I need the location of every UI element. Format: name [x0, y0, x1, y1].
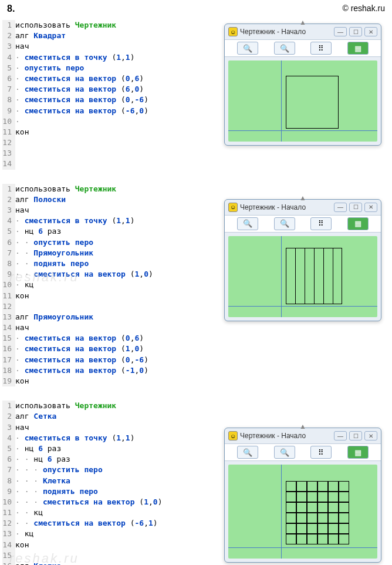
code-line: 5· нц 6 раз — [2, 226, 211, 237]
zoom-in-button[interactable]: 🔍 — [237, 42, 258, 55]
code-line: 8· · · Клетка — [2, 476, 211, 486]
line-number: 1 — [2, 401, 15, 411]
code-line: 9· сместиться на вектор (-6,0) — [2, 106, 211, 116]
code-text: · сместиться на вектор (1,0) — [15, 344, 144, 354]
window-controls: — ☐ ✕ — [334, 203, 377, 212]
maximize-button[interactable]: ☐ — [349, 27, 362, 36]
code-text: нач — [15, 205, 29, 216]
minimize-button[interactable]: — — [334, 27, 347, 36]
code-line: 11· · кц — [2, 507, 211, 518]
code-text: · · · Клетка — [15, 476, 70, 486]
code-text: · кц — [15, 529, 33, 539]
window-3: ▲ ☺ Чертежник - Начало — ☐ ✕ 🔍 🔍 ⠿ ▦ — [224, 428, 381, 563]
code-line: 9· · · поднять перо — [2, 486, 211, 497]
zoom-in-button[interactable]: 🔍 — [237, 446, 258, 459]
copyright: © reshak.ru — [342, 4, 385, 14]
maximize-button[interactable]: ☐ — [349, 203, 362, 212]
code-text: алг Полоски — [15, 194, 66, 205]
toolbar: 🔍 🔍 ⠿ ▦ — [225, 39, 381, 57]
code-line: 14нач — [2, 322, 211, 333]
line-number: 6 — [2, 454, 15, 465]
app-icon: ☺ — [228, 203, 238, 212]
code-line: 9· · сместиться на вектор (1,0) — [2, 269, 211, 280]
line-number: 5 — [2, 226, 15, 237]
canvas-3[interactable] — [228, 465, 377, 559]
code-line: 12 — [2, 137, 211, 148]
grid-button[interactable]: ⠿ — [310, 446, 332, 459]
line-number: 13 — [2, 148, 15, 159]
line-number: 6 — [2, 237, 15, 248]
canvas-2[interactable] — [228, 236, 377, 317]
minimize-button[interactable]: — — [334, 431, 347, 440]
drawing-grid — [286, 481, 349, 544]
axis-x — [228, 130, 377, 131]
code-text: использовать Чертежник — [15, 401, 116, 411]
line-number: 4 — [2, 216, 15, 226]
code-text: нач — [15, 41, 29, 52]
section-grid: reshak.ru 1использовать Чертежник2алг Се… — [0, 398, 392, 565]
code-text: · сместиться на вектор (-1,0) — [15, 365, 148, 376]
code-line: 19кон — [2, 376, 211, 386]
code-text: · · · поднять перо — [15, 486, 98, 497]
close-button[interactable]: ✕ — [364, 203, 377, 212]
line-number: 15 — [2, 333, 15, 344]
close-button[interactable]: ✕ — [364, 27, 377, 36]
toolbar: 🔍 🔍 ⠿ ▦ — [225, 215, 381, 233]
code-text: · · сместиться на вектор (-6,1) — [15, 518, 158, 529]
code-line: 15 — [2, 550, 211, 561]
code-line: 1использовать Чертежник — [2, 401, 211, 411]
grid-button[interactable]: ⠿ — [310, 217, 332, 230]
code-text: нач — [15, 422, 29, 433]
code-line: 18· сместиться на вектор (-1,0) — [2, 365, 211, 376]
canvas-1[interactable] — [228, 60, 377, 142]
home-button[interactable]: ▦ — [347, 42, 369, 55]
line-number: 2 — [2, 31, 15, 41]
arrow-up-icon: ▲ — [299, 422, 306, 431]
code-line: 11кон — [2, 127, 211, 137]
line-number: 3 — [2, 422, 15, 433]
code-block-3: 1использовать Чертежник2алг Сетка3нач4· … — [0, 398, 211, 565]
line-number: 6 — [2, 73, 15, 84]
code-text: · — [15, 116, 20, 127]
window-title: Чертежник - Начало — [240, 203, 332, 211]
code-line: 1использовать Чертежник — [2, 20, 211, 31]
code-line: 1использовать Чертежник — [2, 184, 211, 194]
code-line: 7· · · опустить перо — [2, 465, 211, 475]
code-text: · · сместиться на вектор (1,0) — [15, 269, 153, 280]
line-number: 10 — [2, 116, 15, 127]
zoom-in-button[interactable]: 🔍 — [237, 217, 258, 230]
minimize-button[interactable]: — — [334, 203, 347, 212]
code-line: 4· сместиться в точку (1,1) — [2, 216, 211, 226]
close-button[interactable]: ✕ — [364, 431, 377, 440]
zoom-out-button[interactable]: 🔍 — [274, 217, 295, 230]
code-line: 12 — [2, 301, 211, 312]
line-number: 12 — [2, 137, 15, 148]
line-number: 10 — [2, 497, 15, 507]
line-number: 11 — [2, 507, 15, 518]
line-number: 7 — [2, 465, 15, 475]
code-block-1: 1использовать Чертежник2алг Квадрат3нач4… — [0, 18, 211, 172]
zoom-out-button[interactable]: 🔍 — [274, 42, 295, 55]
code-line: 13алг Прямоугольник — [2, 312, 211, 322]
code-line: 5· опустить перо — [2, 63, 211, 73]
zoom-out-button[interactable]: 🔍 — [274, 446, 295, 459]
line-number: 5 — [2, 443, 15, 454]
line-number: 13 — [2, 312, 15, 322]
code-text: · нц 6 раз — [15, 226, 61, 237]
line-number: 14 — [2, 540, 15, 550]
maximize-button[interactable]: ☐ — [349, 431, 362, 440]
code-text: алг Квадрат — [15, 31, 66, 41]
window-controls: — ☐ ✕ — [334, 431, 377, 440]
code-block-2: 1использовать Чертежник2алг Полоски3нач4… — [0, 181, 211, 389]
code-text: · · Прямоугольник — [15, 248, 93, 258]
code-line: 16· сместиться на вектор (1,0) — [2, 344, 211, 354]
grid-button[interactable]: ⠿ — [310, 42, 332, 55]
line-number: 15 — [2, 550, 15, 561]
code-text: · опустить перо — [15, 63, 84, 73]
home-button[interactable]: ▦ — [347, 446, 369, 459]
home-button[interactable]: ▦ — [347, 217, 369, 230]
app-icon: ☺ — [228, 431, 238, 440]
code-line: 13· кц — [2, 529, 211, 539]
code-text: кон — [15, 127, 29, 137]
code-text: · сместиться на вектор (0,-6) — [15, 95, 148, 105]
